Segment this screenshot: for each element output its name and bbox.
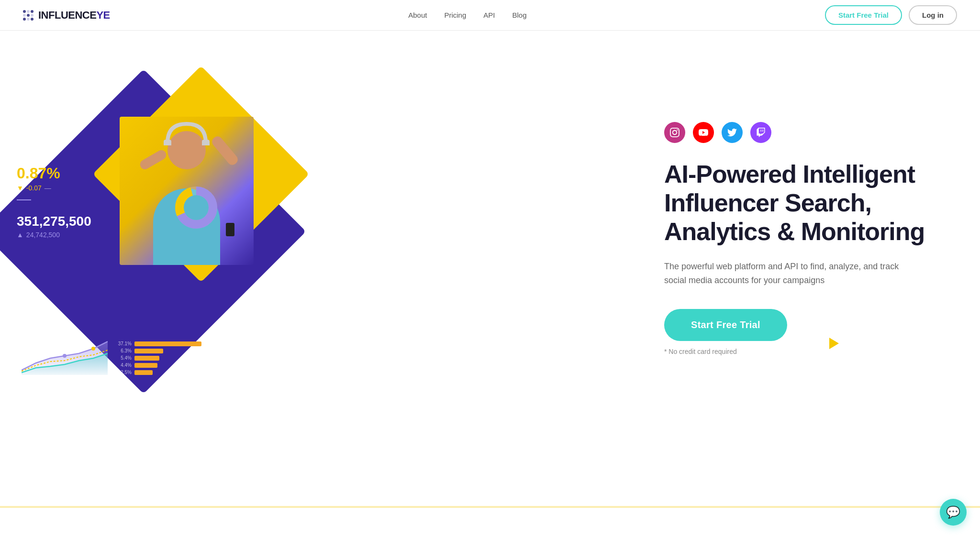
logo-grid-icon	[23, 10, 33, 21]
follower-count: 351,275,500	[17, 214, 91, 229]
bar-row-4: 4.4%	[116, 363, 201, 368]
nav-actions: Start Free Trial Log in	[825, 5, 957, 25]
bar-label-5: 2.5%	[116, 370, 132, 375]
bar-chart: 37.1% 6.3% 5.4% 4.4% 2.5%	[116, 341, 201, 375]
bar-row-1: 37.1%	[116, 341, 201, 346]
social-platform-icons	[664, 122, 942, 143]
nav-links: About Pricing API Blog	[408, 11, 526, 19]
bar-label-2: 6.3%	[116, 348, 132, 353]
nav-link-blog[interactable]: Blog	[512, 11, 526, 19]
engagement-change: ▼ -0.07 —	[17, 184, 91, 192]
hero-section: 0.87% ▼ -0.07 — 351,275,500 ▲ 24,742,500	[0, 31, 980, 423]
bar-track-4	[134, 363, 157, 368]
stats-card: 0.87% ▼ -0.07 — 351,275,500 ▲ 24,742,500	[17, 165, 91, 239]
nav-start-trial-button[interactable]: Start Free Trial	[825, 5, 902, 25]
follower-change: ▲ 24,742,500	[17, 231, 91, 239]
brand-name: INFLUENCEYE	[38, 9, 110, 22]
twitter-icon[interactable]	[722, 122, 743, 143]
brand-logo[interactable]: INFLUENCEYE	[23, 9, 110, 22]
svg-marker-7	[829, 338, 839, 349]
navbar: INFLUENCEYE About Pricing API Blog Start…	[0, 0, 980, 31]
svg-rect-4	[202, 140, 210, 145]
engagement-rate: 0.87%	[17, 165, 91, 182]
youtube-icon[interactable]	[693, 122, 714, 143]
person-arm-right	[210, 134, 240, 167]
svg-rect-3	[164, 140, 171, 145]
donut-chart	[172, 184, 220, 231]
nav-link-about[interactable]: About	[408, 11, 427, 19]
svg-point-5	[63, 354, 67, 358]
hero-title: AI-Powered Intelligent Influencer Search…	[664, 160, 942, 246]
line-chart	[22, 332, 108, 375]
bar-track-3	[134, 356, 159, 361]
chart-area: 37.1% 6.3% 5.4% 4.4% 2.5%	[22, 332, 201, 375]
bar-track-5	[134, 370, 153, 375]
bar-label-4: 4.4%	[116, 363, 132, 368]
up-arrow-icon: ▲	[17, 231, 23, 239]
no-credit-card-text: * No credit card required	[664, 348, 942, 355]
twitch-icon[interactable]	[750, 122, 771, 143]
nav-login-button[interactable]: Log in	[909, 5, 957, 25]
nav-link-api[interactable]: API	[483, 11, 495, 19]
down-arrow-icon: ▼	[17, 184, 23, 192]
hero-cta-button[interactable]: Start Free Trial	[664, 309, 787, 341]
person-arm-left	[138, 148, 168, 171]
bar-row-2: 6.3%	[116, 348, 201, 353]
bar-track-2	[134, 349, 163, 353]
bar-label-1: 37.1%	[116, 341, 132, 346]
bar-track-1	[134, 341, 201, 346]
hero-graphic: 0.87% ▼ -0.07 — 351,275,500 ▲ 24,742,500	[0, 59, 297, 423]
nav-link-pricing[interactable]: Pricing	[444, 11, 466, 19]
hero-content: AI-Powered Intelligent Influencer Search…	[626, 122, 942, 360]
bar-row-5: 2.5%	[116, 370, 201, 375]
play-triangle-icon	[827, 336, 841, 351]
bar-row-3: 5.4%	[116, 355, 201, 361]
bar-label-3: 5.4%	[116, 355, 132, 361]
svg-point-6	[91, 347, 95, 351]
hero-description: The powerful web platform and API to fin…	[664, 260, 913, 288]
instagram-icon[interactable]	[664, 122, 685, 143]
